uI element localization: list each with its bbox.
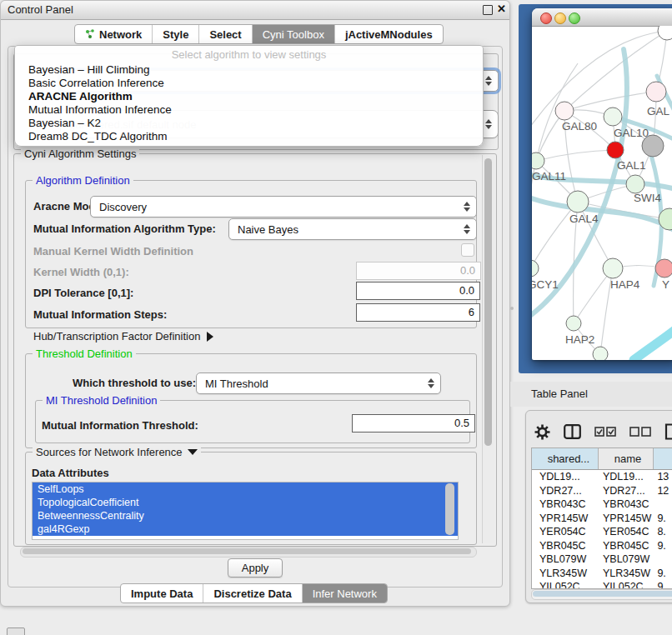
tab-network[interactable]: Network [75, 25, 152, 43]
network-node-gal[interactable] [646, 82, 666, 102]
table-row[interactable]: YDR27...YDR27...12 [532, 484, 672, 498]
tab-infer-network[interactable]: Infer Network [302, 584, 387, 602]
scrollbar-thumb[interactable] [23, 548, 471, 554]
bottom-left-partial-button[interactable] [7, 628, 25, 635]
network-node-gal10[interactable] [604, 108, 622, 126]
network-svg[interactable]: GALGAL80GAL10GAL1SWI4GAL11GAL4GCY1HAP4YH… [532, 26, 672, 360]
table-cell [654, 498, 672, 512]
network-node[interactable] [593, 347, 608, 360]
table-cell: YPR145W [599, 512, 654, 526]
table-horizontal-scrollbar[interactable] [531, 589, 672, 600]
network-node-hap4[interactable] [603, 258, 623, 278]
aracne-mode-select[interactable]: Discovery [90, 196, 477, 218]
network-node-y[interactable] [655, 259, 672, 278]
table-row[interactable]: YBR045CYBR045C9. [532, 539, 672, 553]
table-row[interactable]: YDL19...YDL19...13 [532, 470, 672, 484]
scrollbar-thumb[interactable] [533, 591, 672, 597]
network-node-gcy1[interactable] [532, 260, 539, 277]
mi-threshold-label: Mutual Information Threshold: [42, 419, 198, 432]
algorithm-option[interactable]: Bayesian – Hill Climbing [15, 63, 483, 77]
mi-type-select[interactable]: Naive Bayes [228, 218, 477, 240]
attribute-item[interactable]: gal4RGexp [33, 522, 458, 536]
network-node-gal4[interactable] [567, 191, 589, 212]
network-node-gal1[interactable] [626, 175, 644, 193]
apply-button[interactable]: Apply [228, 558, 283, 578]
column-header[interactable]: name [599, 448, 654, 469]
tab-impute-data[interactable]: Impute Data [121, 584, 203, 602]
sources-legend[interactable]: Sources for Network Inference [33, 446, 201, 458]
table-cell: YBR045C [599, 539, 654, 553]
zoom-window-icon[interactable] [569, 12, 580, 24]
split-columns-icon[interactable] [564, 424, 581, 439]
which-threshold-select[interactable]: MI Threshold [196, 372, 441, 394]
close-window-icon[interactable] [540, 12, 552, 24]
float-window-icon[interactable] [483, 5, 493, 15]
attribute-item[interactable]: BetweennessCentrality [33, 509, 458, 522]
table-cell [654, 552, 672, 567]
table-row[interactable]: YPR145WYPR145W9. [532, 512, 672, 526]
network-edge-highlighted[interactable] [634, 326, 672, 360]
table-toolbar [534, 421, 672, 442]
tab-discretize-data[interactable]: Discretize Data [203, 584, 301, 602]
collapse-arrow-icon [188, 449, 198, 455]
attribute-table[interactable]: shared...nameA YDL19...YDL19...13YDR27..… [531, 448, 672, 589]
node-label: GAL [647, 105, 670, 118]
column-header[interactable]: A [654, 448, 672, 469]
network-node-gal11[interactable] [532, 152, 544, 169]
algorithm-option[interactable]: Bayesian – K2 [15, 117, 483, 130]
network-edge[interactable] [536, 150, 615, 161]
algorithm-option[interactable]: Mutual Information Inference [15, 103, 483, 117]
algorithm-option[interactable]: Basic Correlation Inference [15, 77, 483, 90]
close-icon[interactable]: ✕ [497, 2, 506, 15]
table-row[interactable]: YIL052CYIL052C9 [532, 580, 672, 589]
control-panel-tabs: NetworkStyleSelectCyni ToolboxjActiveMNo… [74, 24, 444, 44]
data-attributes-list[interactable]: SelfLoopsTopologicalCoefficientBetweenne… [32, 482, 459, 540]
which-threshold-value: MI Threshold [197, 378, 428, 390]
network-node-hap2[interactable] [566, 316, 581, 331]
kernel-width-input[interactable]: 0.0 [356, 262, 481, 280]
control-panel-titlebar[interactable]: Control Panel ✕ [1, 1, 509, 20]
tab-cyni-toolbox[interactable]: Cyni Toolbox [252, 25, 334, 43]
aracne-mode-value: Discovery [91, 201, 464, 213]
minimize-window-icon[interactable] [554, 12, 566, 24]
gear-icon[interactable] [534, 424, 550, 440]
settings-horizontal-scrollbar[interactable] [20, 547, 477, 558]
splitter-handle[interactable] [510, 307, 514, 310]
table-panel-titlebar[interactable]: Table Panel [510, 382, 672, 407]
scrollbar-thumb[interactable] [484, 158, 492, 446]
network-node[interactable] [607, 142, 624, 158]
table-cell: YBL079W [599, 552, 654, 567]
table-row[interactable]: YBL079WYBL079W [532, 552, 672, 567]
tab-style[interactable]: Style [152, 25, 198, 43]
tab-jactivemnodules[interactable]: jActiveMNodules [334, 25, 443, 43]
network-node-gal80[interactable] [555, 102, 574, 120]
table-row[interactable]: YLR345WYLR345W9. [532, 567, 672, 581]
dpi-tolerance-input[interactable]: 0.0 [356, 282, 480, 300]
attribute-item[interactable]: SelfLoops [33, 482, 458, 496]
network-node[interactable] [658, 26, 672, 40]
tab-select[interactable]: Select [198, 25, 251, 43]
manual-kernel-checkbox[interactable] [461, 243, 474, 257]
network-edge[interactable] [532, 202, 578, 268]
mi-threshold-input[interactable]: 0.5 [352, 414, 475, 432]
column-header[interactable]: shared... [532, 448, 599, 469]
table-cell: 9 [654, 580, 672, 589]
table-panel: shared...nameA YDL19...YDL19...13YDR27..… [525, 410, 672, 603]
network-window: GALGAL80GAL10GAL1SWI4GAL11GAL4GCY1HAP4YH… [532, 8, 672, 360]
table-row[interactable]: YBR043CYBR043C [532, 498, 672, 512]
threshold-definition-legend: Threshold Definition [33, 348, 136, 360]
mi-steps-input[interactable]: 6 [356, 303, 480, 322]
settings-vertical-scrollbar[interactable] [482, 155, 494, 543]
node-label: HAP2 [565, 333, 594, 346]
algorithm-option[interactable]: ARACNE Algorithm [15, 90, 483, 103]
algorithm-option[interactable]: Dream8 DC_TDC Algorithm [15, 130, 483, 143]
attributes-list-scrollbar[interactable] [445, 483, 454, 535]
attribute-item[interactable]: TopologicalCoefficient [33, 496, 458, 509]
control-panel-title: Control Panel [8, 3, 73, 16]
network-window-titlebar[interactable] [532, 8, 672, 27]
hub-factor-expander[interactable]: Hub/Transcription Factor Definition [33, 330, 213, 342]
select-none-unchecked-icon[interactable] [629, 427, 651, 437]
select-all-checked-icon[interactable] [594, 427, 616, 437]
document-icon[interactable] [664, 423, 672, 440]
table-row[interactable]: YER054CYER054C8. [532, 525, 672, 539]
